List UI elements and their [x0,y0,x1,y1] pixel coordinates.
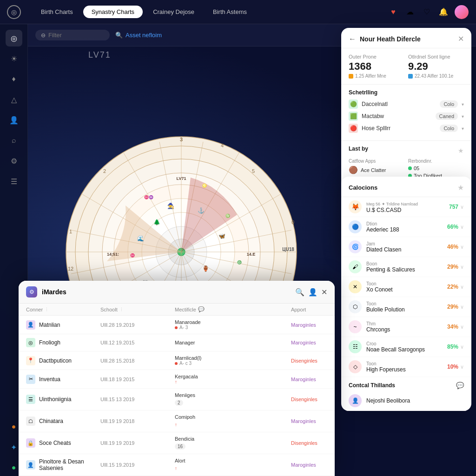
sidebar-icon-diamond[interactable]: ♦ [6,71,22,87]
coll-row-1[interactable]: 🔵 Dtion Aederiec 188 66% ∨ [341,217,471,237]
scheduling-section: Schetrlling 🟢 Daccelnatl Colo ▾ 🟩 Mactab… [341,85,471,141]
row-date-2: Ulll.12 19.2015 [100,340,175,345]
sched-tag-2[interactable]: Caned [436,112,458,120]
outer-prone-sub: 1.25 Alfler Mne [349,73,404,79]
svg-text:5: 5 [252,168,255,174]
sched-tag-1[interactable]: Colo [440,100,458,108]
filter-input-wrap[interactable]: ⊖ [35,30,110,40]
coll-row-top: 🦊 Meg 56 ✦ Trildine Narnload U.$ CS.CASD… [341,197,471,217]
coll-row-7[interactable]: ☷ Croo Noae Becall Sarogonps 85% ∨ [341,337,471,357]
svg-text:♌: ♌ [202,183,207,188]
row-status-1: Maroginles [291,322,335,328]
coll-row-4[interactable]: ✕ Toon Xo Conoet 22% ∨ [341,277,471,297]
coll-arrow-2: ∨ [460,244,464,250]
th-mectificle-text: Mectificle [175,307,196,312]
table-row[interactable]: ✂ Inventua Ulll.18 19 2015 Kergacala ↑ M… [19,370,335,389]
sched-icon-3: 🔴 [349,124,358,133]
star-button[interactable]: ★ [458,147,464,154]
sched-tag-3[interactable]: Colo [440,125,458,132]
coll-sub-2: Jam [366,241,447,246]
th-schoolt[interactable]: Schoolt ⋮ [100,306,175,312]
row-method-detail-1: A- 3 [175,325,268,330]
svg-text:🏺: 🏺 [202,265,209,272]
coll-sub-8: Toon [366,361,447,366]
row-method-text-2: Manager [175,340,268,345]
bell-icon[interactable]: 🔔 [438,7,449,18]
row-name-5: Uinthoniignia [39,396,71,403]
row-name-7: Soce Cheats [39,440,71,446]
row-method-2: Manager [175,340,268,345]
table-row[interactable]: 👤 Matnlian Ulll.28 19.2019 Manaroade A- … [19,316,335,334]
dialog-search-btn[interactable]: 🔍 [295,288,304,297]
sched-icon-1: 🟢 [349,99,358,109]
row-status-3: Disenginles [291,358,335,364]
sidebar-icon-triangle[interactable]: △ [6,91,22,108]
row-detail-1: A- 3 [179,325,188,330]
coll-name-3: Penting & Salicures [366,266,447,273]
svg-text:♓: ♓ [130,253,135,258]
panel-back-button[interactable]: ← [349,35,356,43]
sidebar-icon-sun[interactable]: ☀ [6,50,22,67]
coll-row-2[interactable]: 🌀 Jam Diated Clasen 46% ∨ [341,237,471,257]
heart-icon[interactable]: ♥ [388,7,399,18]
heart-outline-icon[interactable]: ♡ [421,7,432,18]
row-icon-6: ☖ [26,416,35,426]
sidebar-icon-person[interactable]: 👤 [6,112,22,128]
contact-row[interactable]: 👤 Nejoshi Beolibora [341,391,471,411]
row-date-3: Ulll.28 15.2018 [100,358,175,364]
svg-text:♍: ♍ [225,213,230,218]
dialog-close-btn[interactable]: ✕ [321,288,327,297]
coll-main-top: U.$ CS.CASD [366,207,449,213]
sidebar-icon-search[interactable]: ⌕ [6,132,22,149]
sched-name-3: Hose Splllrr [362,125,436,132]
catflow-item-1: 🟤 Ace Clatter [349,165,404,174]
row-date-4: Ulll.18 19 2015 [100,377,175,382]
tab-birth-astems[interactable]: Birth Astems [205,6,255,18]
contact-icon[interactable]: 💬 [456,382,464,389]
coll-pct-top: 757 [449,204,458,210]
sidebar-icon-menu[interactable]: ☰ [6,173,22,190]
contact-name: Nejoshi Beolibora [366,397,464,404]
tab-synastry-charts[interactable]: Synastry Charts [83,6,143,18]
row-date-6: Ulll.19 19 2018 [100,418,175,424]
tab-crainey-dejose[interactable]: Crainey Dejose [145,6,203,18]
sidebar-icon-home[interactable]: ◎ [6,30,22,46]
sched-arrow-3: ▾ [462,126,464,131]
coll-row-8[interactable]: ◇ Toon High Foperuses 10% ∨ [341,357,471,377]
svg-text:12: 12 [68,266,73,271]
th-conner-text: Conner [26,307,43,312]
th-mectificle[interactable]: Mectificle 💬 [175,306,268,312]
table-row[interactable]: 📍 Dactbputicon Ulll.28 15.2018 Marnlicad… [19,351,335,370]
svg-text:LV71: LV71 [177,176,186,181]
coll-avatar-1: 🔵 [349,220,362,233]
coll-row-6[interactable]: ~ Thm Chrcongs 34% ∨ [341,317,471,337]
panel-metrics: Outer Prone 1368 1.25 Alfler Mne Otlrdne… [341,48,471,85]
coll-row-3[interactable]: 🖌 Boon Penting & Salicures 29% ∨ [341,257,471,277]
table-row[interactable]: ☖ Chinatara Ulll.19 19 2018 Comipoh ↑ Ma… [19,410,335,432]
table-row[interactable]: 👤 Pinoltore & Desan Salsenies Ulll.15 19… [19,454,335,476]
th-apport[interactable]: Apport [291,306,335,312]
th-conner[interactable]: Conner ⋮ [26,306,100,312]
tab-birth-charts[interactable]: Birth Charts [33,6,81,18]
th-empty [268,306,291,312]
collections-star-icon[interactable]: ★ [457,183,464,192]
coll-row-5[interactable]: ⬡ Toon Bulolie Polution 29% ∨ [341,297,471,317]
metric-dot-blue [408,74,413,79]
table-row[interactable]: ☰ Uinthoniignia Ulll.15 13 2019 Meniiges… [19,389,335,410]
cloud-icon[interactable]: ☁ [404,7,416,18]
search-btn[interactable]: 🔍 Asset nefloim [115,32,162,39]
scheduling-title: Schetrlling [349,89,464,96]
logo-icon[interactable]: ◎ [7,5,21,19]
dialog-user-btn[interactable]: 👤 [308,288,317,297]
contact-title-text: Contcal Thillands [349,382,395,389]
panel-close-button[interactable]: ✕ [458,34,464,43]
table-row[interactable]: 🔒 Soce Cheats Ulll.19 19 2019 Bendicia 1… [19,432,335,454]
outer-limit-label: Otlrdnel Sont ligne [408,54,464,60]
row-status-8: Maroginles [291,462,335,468]
coll-avatar-4: ✕ [349,280,362,293]
sidebar-icon-settings[interactable]: ⚙ [6,152,22,169]
svg-text:🧙: 🧙 [167,202,174,209]
table-row[interactable]: ◎ Fnoliogh Ulll.12 19.2015 Manager Marog… [19,334,335,351]
filter-input[interactable] [48,32,104,39]
avatar[interactable] [455,5,469,19]
